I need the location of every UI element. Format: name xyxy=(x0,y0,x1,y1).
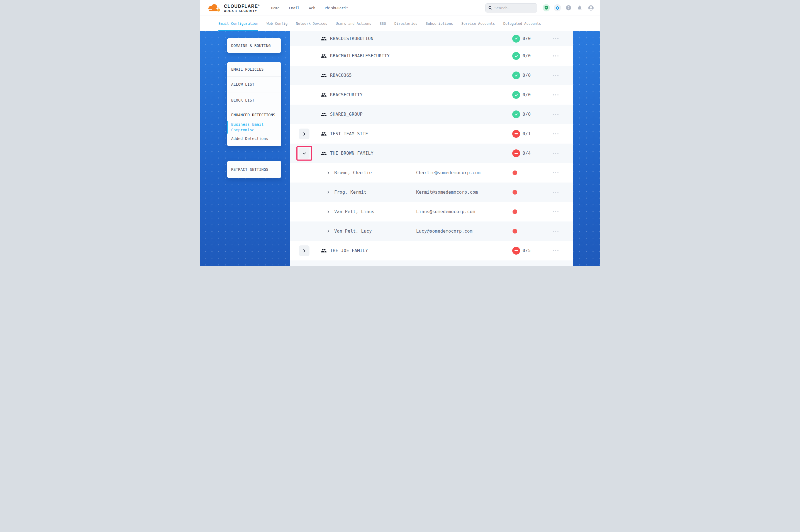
sidebar-item-added-detections[interactable]: Added Detections xyxy=(231,136,278,141)
header-nav-email[interactable]: Email xyxy=(289,6,300,10)
group-name: TEST TEAM SITE xyxy=(330,131,368,136)
row-menu-button[interactable] xyxy=(550,209,562,214)
expand-button[interactable] xyxy=(299,245,309,256)
row-menu-button[interactable] xyxy=(550,151,562,156)
table-row[interactable]: RBACMAILENABLESECURITY 0/0 xyxy=(290,46,573,66)
shield-check-icon xyxy=(544,5,548,10)
notifications-button[interactable] xyxy=(576,4,583,12)
row-menu-button[interactable] xyxy=(550,112,562,117)
settings-button[interactable] xyxy=(554,4,561,12)
search-input[interactable] xyxy=(494,6,534,10)
collapse-button[interactable] xyxy=(299,148,309,158)
header-right: ? xyxy=(485,3,595,13)
tab-service-accounts[interactable]: Service Accounts xyxy=(457,16,499,31)
chevron-right-icon[interactable] xyxy=(327,191,330,194)
member-count: 0/1 xyxy=(523,131,531,136)
member-status-dot xyxy=(512,190,517,195)
header-nav-web[interactable]: Web xyxy=(309,6,315,10)
security-status-button[interactable] xyxy=(543,4,550,12)
member-status-dot xyxy=(512,171,517,175)
sidebar-policies-card: EMAIL POLICIES ALLOW LIST BLOCK LIST ENH… xyxy=(227,62,281,146)
member-count: 0/0 xyxy=(523,36,531,41)
header-nav-home[interactable]: Home xyxy=(271,6,279,10)
member-row[interactable]: Brown, Charlie Charlie@somedemocorp.com xyxy=(290,163,573,183)
check-icon xyxy=(514,74,519,78)
group-icon xyxy=(321,36,327,41)
row-menu-button[interactable] xyxy=(550,248,562,253)
chevron-right-icon[interactable] xyxy=(327,230,330,233)
group-icon xyxy=(321,151,327,156)
check-icon xyxy=(514,36,519,41)
tab-network-devices[interactable]: Network Devices xyxy=(292,16,331,31)
row-menu-button[interactable] xyxy=(550,73,562,78)
row-menu-button[interactable] xyxy=(550,228,562,234)
group-name: THE JOE FAMILY xyxy=(330,248,368,253)
page-background: DOMAINS & ROUTING EMAIL POLICIES ALLOW L… xyxy=(200,31,600,266)
table-row[interactable]: RBACO365 0/0 xyxy=(290,66,573,85)
member-name: Van Pelt, Lucy xyxy=(334,229,372,234)
table-row[interactable]: THE JOE FAMILY 0/5 xyxy=(290,241,573,261)
chevron-right-icon[interactable] xyxy=(327,171,330,174)
member-row[interactable]: Frog, Kermit Kermit@somedemocorp.com xyxy=(290,183,573,202)
row-menu-button[interactable] xyxy=(550,170,562,175)
group-icon xyxy=(321,53,327,59)
member-count: 0/0 xyxy=(523,92,531,97)
table-row[interactable]: SHARED_GROUP 0/0 xyxy=(290,104,573,124)
status-badge-ok xyxy=(512,72,520,79)
row-menu-button[interactable] xyxy=(550,92,562,98)
account-button[interactable] xyxy=(587,4,595,12)
table-row[interactable]: RBACDISTRUBUTION 0/0 xyxy=(290,31,573,46)
member-row[interactable]: Van Pelt, Lucy Lucy@somedemocorp.com xyxy=(290,222,573,241)
check-icon xyxy=(514,54,519,58)
search-icon xyxy=(488,5,492,10)
table-row[interactable]: THE BROWN FAMILY 0/4 xyxy=(290,144,573,163)
user-avatar-icon xyxy=(588,5,594,11)
tab-directories[interactable]: Directories xyxy=(390,16,422,31)
brand-text: CLOUDFLARE® AREA 1 SECURITY xyxy=(224,3,259,13)
tab-email-configuration[interactable]: Email Configuration xyxy=(214,16,262,31)
minus-icon xyxy=(514,250,518,251)
minus-icon xyxy=(514,153,518,154)
tab-subscriptions[interactable]: Subscriptions xyxy=(421,16,457,31)
member-count: 0/0 xyxy=(523,73,531,78)
cloudflare-cloud-icon xyxy=(206,3,221,13)
header-nav-phishguard[interactable]: PhishGuard™ xyxy=(325,6,348,10)
sidebar-item-block-list[interactable]: BLOCK LIST xyxy=(227,92,281,108)
app-window: CLOUDFLARE® AREA 1 SECURITY Home Email W… xyxy=(200,0,600,266)
table-row[interactable]: RBACSECURITY 0/0 xyxy=(290,85,573,104)
tab-web-config[interactable]: Web Config xyxy=(262,16,292,31)
row-menu-button[interactable] xyxy=(550,53,562,59)
status-badge-blocked xyxy=(512,149,520,157)
group-name: SHARED_GROUP xyxy=(330,112,363,117)
chevron-right-icon[interactable] xyxy=(327,210,330,213)
sidebar-item-business-email-compromise[interactable]: Business Email Compromise xyxy=(231,121,268,133)
sidebar-item-retract-settings[interactable]: RETRACT SETTINGS xyxy=(227,161,281,178)
sidebar-item-enhanced-detections[interactable]: ENHANCED DETECTIONS xyxy=(231,112,278,118)
group-icon xyxy=(321,248,327,254)
sidebar-label: EMAIL POLICIES xyxy=(231,67,264,72)
member-status-dot xyxy=(512,210,517,214)
group-name: RBACSECURITY xyxy=(330,92,363,97)
cloudflare-logo[interactable]: CLOUDFLARE® AREA 1 SECURITY xyxy=(206,3,259,13)
group-name: RBACDISTRUBUTION xyxy=(330,36,374,41)
member-row[interactable]: Van Pelt, Linus Linus@somedemocorp.com xyxy=(290,202,573,222)
status-badge-ok xyxy=(512,35,520,42)
tab-users-and-actions[interactable]: Users and Actions xyxy=(331,16,376,31)
sidebar-item-email-policies[interactable]: EMAIL POLICIES xyxy=(227,62,281,76)
sidebar-item-domains-routing[interactable]: DOMAINS & ROUTING xyxy=(227,38,281,53)
help-button[interactable]: ? xyxy=(565,4,572,12)
expand-button[interactable] xyxy=(299,129,309,139)
group-name: RBACO365 xyxy=(330,73,352,78)
tab-sso[interactable]: SSO xyxy=(376,16,390,31)
row-menu-button[interactable] xyxy=(550,36,562,41)
chevron-down-icon xyxy=(302,151,306,155)
sidebar-item-allow-list[interactable]: ALLOW LIST xyxy=(227,77,281,92)
table-row[interactable]: TEST TEAM SITE 0/1 xyxy=(290,124,573,144)
row-menu-button[interactable] xyxy=(550,131,562,137)
member-count: 0/5 xyxy=(523,248,531,253)
tab-delegated-accounts[interactable]: Delegated Accounts xyxy=(499,16,545,31)
minus-icon xyxy=(514,133,518,134)
search-box[interactable] xyxy=(485,3,537,13)
member-email: Charlie@somedemocorp.com xyxy=(416,170,480,175)
row-menu-button[interactable] xyxy=(550,189,562,195)
